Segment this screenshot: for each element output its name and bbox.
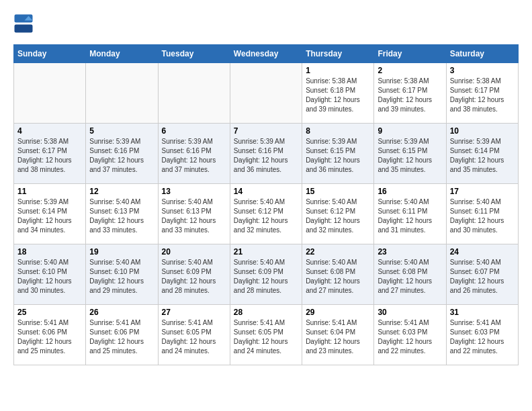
day-number: 25 <box>17 308 82 317</box>
calendar-cell: 18Sunrise: 5:40 AMSunset: 6:10 PMDayligh… <box>14 244 86 305</box>
day-info: Sunrise: 5:40 AMSunset: 6:08 PMDaylight:… <box>378 258 442 295</box>
day-info: Sunrise: 5:40 AMSunset: 6:12 PMDaylight:… <box>234 197 298 235</box>
day-info: Sunrise: 5:40 AMSunset: 6:13 PMDaylight:… <box>89 197 154 235</box>
day-info: Sunrise: 5:40 AMSunset: 6:11 PMDaylight:… <box>378 197 442 235</box>
day-info: Sunrise: 5:40 AMSunset: 6:09 PMDaylight:… <box>234 258 298 295</box>
week-row-5: 25Sunrise: 5:41 AMSunset: 6:06 PMDayligh… <box>14 305 519 365</box>
day-info: Sunrise: 5:41 AMSunset: 6:06 PMDaylight:… <box>17 318 82 356</box>
day-info: Sunrise: 5:40 AMSunset: 6:10 PMDaylight:… <box>17 258 82 295</box>
calendar-cell: 31Sunrise: 5:41 AMSunset: 6:03 PMDayligh… <box>446 305 518 365</box>
day-info: Sunrise: 5:39 AMSunset: 6:14 PMDaylight:… <box>450 137 515 175</box>
calendar-cell <box>158 63 230 124</box>
calendar-cell: 8Sunrise: 5:39 AMSunset: 6:15 PMDaylight… <box>302 124 374 184</box>
calendar-cell <box>86 63 158 124</box>
weekday-header-monday: Monday <box>86 45 158 63</box>
weekday-header-friday: Friday <box>374 45 446 63</box>
day-number: 17 <box>450 187 515 196</box>
calendar-cell: 4Sunrise: 5:38 AMSunset: 6:17 PMDaylight… <box>14 124 86 184</box>
calendar-cell: 25Sunrise: 5:41 AMSunset: 6:06 PMDayligh… <box>14 305 86 365</box>
calendar-cell: 6Sunrise: 5:39 AMSunset: 6:16 PMDaylight… <box>158 124 230 184</box>
day-number: 20 <box>162 247 226 257</box>
day-info: Sunrise: 5:39 AMSunset: 6:16 PMDaylight:… <box>162 137 226 175</box>
weekday-header-sunday: Sunday <box>14 45 86 63</box>
calendar-cell: 15Sunrise: 5:40 AMSunset: 6:12 PMDayligh… <box>302 184 374 244</box>
calendar-cell <box>230 63 302 124</box>
day-info: Sunrise: 5:41 AMSunset: 6:03 PMDaylight:… <box>450 318 515 356</box>
calendar-cell: 17Sunrise: 5:40 AMSunset: 6:11 PMDayligh… <box>446 184 518 244</box>
day-info: Sunrise: 5:40 AMSunset: 6:10 PMDaylight:… <box>89 258 154 295</box>
week-row-4: 18Sunrise: 5:40 AMSunset: 6:10 PMDayligh… <box>14 244 519 305</box>
calendar-cell: 13Sunrise: 5:40 AMSunset: 6:13 PMDayligh… <box>158 184 230 244</box>
day-number: 26 <box>89 308 154 317</box>
day-number: 24 <box>450 247 515 257</box>
weekday-header-tuesday: Tuesday <box>158 45 230 63</box>
week-row-1: 1Sunrise: 5:38 AMSunset: 6:18 PMDaylight… <box>14 63 519 124</box>
weekday-header-thursday: Thursday <box>302 45 374 63</box>
calendar-cell: 28Sunrise: 5:41 AMSunset: 6:05 PMDayligh… <box>230 305 302 365</box>
calendar-cell: 27Sunrise: 5:41 AMSunset: 6:05 PMDayligh… <box>158 305 230 365</box>
calendar-cell: 29Sunrise: 5:41 AMSunset: 6:04 PMDayligh… <box>302 305 374 365</box>
week-row-3: 11Sunrise: 5:39 AMSunset: 6:14 PMDayligh… <box>14 184 519 244</box>
day-info: Sunrise: 5:41 AMSunset: 6:06 PMDaylight:… <box>89 318 154 356</box>
day-number: 9 <box>378 126 442 136</box>
day-info: Sunrise: 5:39 AMSunset: 6:14 PMDaylight:… <box>17 197 82 235</box>
day-number: 7 <box>234 126 298 136</box>
day-info: Sunrise: 5:41 AMSunset: 6:05 PMDaylight:… <box>234 318 298 356</box>
logo-icon <box>13 13 34 34</box>
header <box>13 13 519 34</box>
day-number: 5 <box>89 126 154 136</box>
svg-rect-1 <box>15 25 33 33</box>
day-number: 27 <box>162 308 226 317</box>
day-info: Sunrise: 5:41 AMSunset: 6:03 PMDaylight:… <box>378 318 442 356</box>
calendar-cell: 21Sunrise: 5:40 AMSunset: 6:09 PMDayligh… <box>230 244 302 305</box>
day-number: 13 <box>162 187 226 196</box>
day-number: 2 <box>378 66 442 75</box>
day-number: 23 <box>378 247 442 257</box>
day-info: Sunrise: 5:38 AMSunset: 6:17 PMDaylight:… <box>378 77 442 114</box>
calendar-cell: 19Sunrise: 5:40 AMSunset: 6:10 PMDayligh… <box>86 244 158 305</box>
calendar-cell: 3Sunrise: 5:38 AMSunset: 6:17 PMDaylight… <box>446 63 518 124</box>
day-number: 1 <box>306 66 370 75</box>
calendar-cell: 24Sunrise: 5:40 AMSunset: 6:07 PMDayligh… <box>446 244 518 305</box>
day-info: Sunrise: 5:40 AMSunset: 6:07 PMDaylight:… <box>450 258 515 295</box>
day-number: 21 <box>234 247 298 257</box>
day-number: 28 <box>234 308 298 317</box>
day-info: Sunrise: 5:40 AMSunset: 6:11 PMDaylight:… <box>450 197 515 235</box>
day-info: Sunrise: 5:41 AMSunset: 6:04 PMDaylight:… <box>306 318 370 356</box>
day-number: 15 <box>306 187 370 196</box>
calendar-cell: 9Sunrise: 5:39 AMSunset: 6:15 PMDaylight… <box>374 124 446 184</box>
calendar-cell: 5Sunrise: 5:39 AMSunset: 6:16 PMDaylight… <box>86 124 158 184</box>
day-number: 19 <box>89 247 154 257</box>
day-info: Sunrise: 5:41 AMSunset: 6:05 PMDaylight:… <box>162 318 226 356</box>
day-info: Sunrise: 5:40 AMSunset: 6:13 PMDaylight:… <box>162 197 226 235</box>
day-info: Sunrise: 5:40 AMSunset: 6:12 PMDaylight:… <box>306 197 370 235</box>
day-number: 31 <box>450 308 515 317</box>
calendar-cell: 1Sunrise: 5:38 AMSunset: 6:18 PMDaylight… <box>302 63 374 124</box>
day-number: 12 <box>89 187 154 196</box>
calendar-table: SundayMondayTuesdayWednesdayThursdayFrid… <box>13 44 519 365</box>
day-info: Sunrise: 5:39 AMSunset: 6:16 PMDaylight:… <box>89 137 154 175</box>
calendar-cell: 16Sunrise: 5:40 AMSunset: 6:11 PMDayligh… <box>374 184 446 244</box>
day-number: 11 <box>17 187 82 196</box>
calendar-cell: 30Sunrise: 5:41 AMSunset: 6:03 PMDayligh… <box>374 305 446 365</box>
calendar-cell: 2Sunrise: 5:38 AMSunset: 6:17 PMDaylight… <box>374 63 446 124</box>
calendar-cell: 22Sunrise: 5:40 AMSunset: 6:08 PMDayligh… <box>302 244 374 305</box>
weekday-header-wednesday: Wednesday <box>230 45 302 63</box>
day-number: 10 <box>450 126 515 136</box>
day-number: 29 <box>306 308 370 317</box>
day-info: Sunrise: 5:40 AMSunset: 6:09 PMDaylight:… <box>162 258 226 295</box>
day-info: Sunrise: 5:39 AMSunset: 6:15 PMDaylight:… <box>306 137 370 175</box>
logo <box>13 13 36 34</box>
day-info: Sunrise: 5:39 AMSunset: 6:15 PMDaylight:… <box>378 137 442 175</box>
calendar-cell <box>14 63 86 124</box>
day-number: 18 <box>17 247 82 257</box>
day-number: 4 <box>17 126 82 136</box>
calendar-cell: 12Sunrise: 5:40 AMSunset: 6:13 PMDayligh… <box>86 184 158 244</box>
day-info: Sunrise: 5:39 AMSunset: 6:16 PMDaylight:… <box>234 137 298 175</box>
day-number: 22 <box>306 247 370 257</box>
calendar-cell: 14Sunrise: 5:40 AMSunset: 6:12 PMDayligh… <box>230 184 302 244</box>
day-info: Sunrise: 5:40 AMSunset: 6:08 PMDaylight:… <box>306 258 370 295</box>
calendar-cell: 11Sunrise: 5:39 AMSunset: 6:14 PMDayligh… <box>14 184 86 244</box>
day-number: 6 <box>162 126 226 136</box>
weekday-header-saturday: Saturday <box>446 45 518 63</box>
